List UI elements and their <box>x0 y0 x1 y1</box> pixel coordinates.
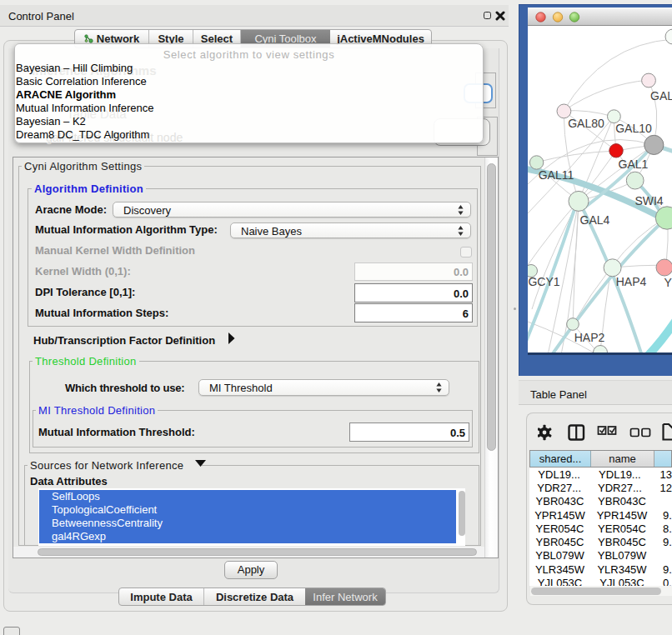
svg-text:GAL80: GAL80 <box>568 117 604 130</box>
svg-text:YE: YE <box>664 276 672 289</box>
svg-text:GAL10: GAL10 <box>615 122 652 135</box>
svg-text:GAL4: GAL4 <box>580 213 610 227</box>
svg-text:SWI4: SWI4 <box>634 194 663 208</box>
svg-text:HAP4: HAP4 <box>616 275 647 288</box>
svg-text:GCY1: GCY1 <box>528 275 559 288</box>
svg-text:GAL11: GAL11 <box>539 168 574 182</box>
svg-text:GAL8: GAL8 <box>650 89 672 102</box>
svg-text:GAL1: GAL1 <box>619 158 649 171</box>
svg-text:HAP2: HAP2 <box>574 331 605 344</box>
